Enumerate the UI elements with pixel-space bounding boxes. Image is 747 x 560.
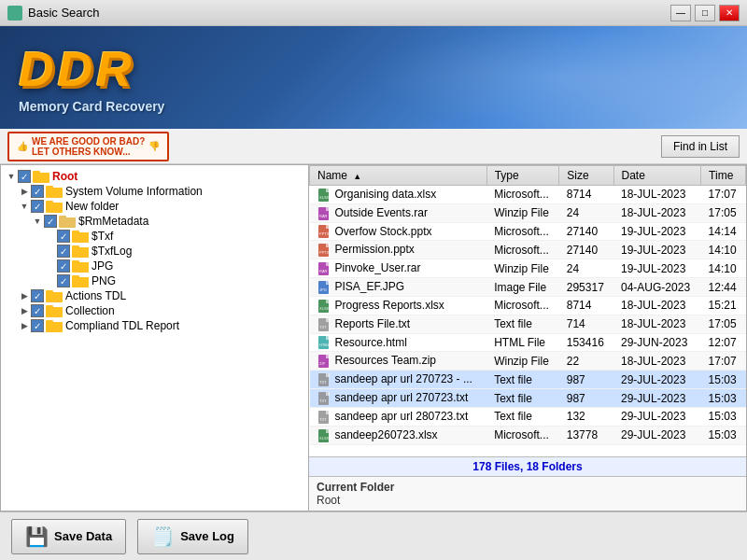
tree-item-txf[interactable]: ✓ $Txf [44, 229, 304, 244]
checkbox-png[interactable]: ✓ [57, 274, 70, 287]
save-log-label: Save Log [180, 529, 234, 543]
cell-time: 14:10 [701, 241, 746, 259]
checkbox-rmmetadata[interactable]: ✓ [44, 215, 57, 228]
expand-compliandtdl[interactable]: ▶ [18, 321, 31, 330]
expand-root[interactable]: ▼ [5, 172, 18, 181]
tree-panel[interactable]: ▼ ✓ Root ▶ ✓ System Volume Information [1, 165, 309, 511]
table-row[interactable]: ZIP Resources Team.zip Winzip File 22 18… [310, 352, 746, 371]
table-row[interactable]: TXT Reports File.txt Text file 714 18-JU… [310, 315, 746, 333]
svg-rect-32 [326, 244, 330, 247]
table-row[interactable]: JPG PISA_EF.JPG Image File 295317 04-AUG… [310, 278, 746, 297]
cell-date: 18-JUL-2023 [613, 315, 701, 333]
panels-area: ▼ ✓ Root ▶ ✓ System Volume Information [0, 164, 747, 511]
tree-item-actionsttdl[interactable]: ▶ ✓ Actions TDL [18, 288, 304, 303]
table-row[interactable]: XLSX Organising data.xlsx Microsoft... 8… [310, 186, 746, 204]
checkbox-collection[interactable]: ✓ [31, 304, 44, 317]
svg-rect-7 [59, 216, 66, 219]
save-log-button[interactable]: 🗒️ Save Log [137, 519, 248, 554]
tree-item-txflog[interactable]: ✓ $TxfLog [44, 244, 304, 259]
cell-time: 14:10 [701, 259, 746, 278]
expand-rmmetadata[interactable]: ▼ [31, 217, 44, 226]
svg-rect-21 [46, 320, 53, 324]
close-button[interactable]: ✕ [719, 5, 740, 21]
checkbox-txf[interactable]: ✓ [57, 230, 70, 243]
table-row[interactable]: PPTX Overfow Stock.pptx Microsoft... 271… [310, 222, 746, 241]
table-row[interactable]: TXT sandeep apr url 280723.txt Text file… [310, 407, 746, 426]
cell-date: 18-JUL-2023 [613, 186, 701, 204]
cell-type: Microsoft... [486, 241, 559, 259]
cell-time: 17:07 [701, 352, 746, 371]
svg-rect-19 [46, 305, 53, 309]
col-type[interactable]: Type [486, 166, 559, 186]
tree-label-svi: System Volume Information [65, 185, 203, 198]
table-row[interactable]: RAR Outside Events.rar Winzip File 24 18… [310, 203, 746, 222]
table-row[interactable]: TXT sandeep apr url 270723.txt Text file… [310, 389, 746, 408]
table-row[interactable]: HTML Resource.html HTML File 153416 29-J… [310, 333, 746, 352]
checkbox-txflog[interactable]: ✓ [57, 245, 70, 258]
cell-type: HTML File [486, 333, 559, 352]
svg-rect-59 [326, 411, 330, 414]
save-data-label: Save Data [54, 529, 112, 543]
tree-item-jpg[interactable]: ✓ JPG [44, 259, 304, 273]
folder-icon-root [33, 170, 49, 183]
svg-rect-9 [72, 231, 79, 234]
tree-item-collection[interactable]: ▶ ✓ Collection [18, 303, 304, 318]
title-bar-left: Basic Search [7, 6, 100, 21]
expand-newfolder[interactable]: ▼ [18, 202, 31, 211]
save-log-icon: 🗒️ [151, 525, 175, 548]
cell-size: 295317 [559, 278, 613, 297]
checkbox-actionsttdl[interactable]: ✓ [31, 289, 44, 302]
checkbox-newfolder[interactable]: ✓ [31, 200, 44, 213]
table-row[interactable]: XLSX Progress Reports.xlsx Microsoft... … [310, 296, 746, 315]
save-data-button[interactable]: 💾 Save Data [11, 519, 126, 554]
file-table[interactable]: Name ▲ Type Size Date Time XLSX Organisi… [309, 165, 746, 456]
find-in-list-button[interactable]: Find in List [661, 135, 740, 158]
we-are-badge[interactable]: 👍 WE ARE GOOD OR BAD?LET OTHERS KNOW... … [7, 132, 169, 161]
svg-rect-26 [326, 207, 330, 211]
svg-text:TXT: TXT [319, 417, 327, 422]
expand-svi[interactable]: ▶ [18, 187, 31, 196]
tree-item-newfolder[interactable]: ▼ ✓ New folder [18, 199, 304, 214]
checkbox-root[interactable]: ✓ [18, 170, 31, 183]
cell-size: 987 [559, 371, 613, 389]
cell-name: ZIP Resources Team.zip [310, 352, 487, 371]
table-row[interactable]: PPTX Permission.pptx Microsoft... 27140 … [310, 241, 746, 259]
col-size[interactable]: Size [559, 166, 613, 186]
col-date[interactable]: Date [613, 166, 701, 186]
cell-date: 29-JUL-2023 [613, 371, 701, 389]
svg-text:TXT: TXT [319, 380, 327, 385]
checkbox-compliandtdl[interactable]: ✓ [31, 319, 44, 332]
svg-rect-17 [46, 290, 53, 294]
cell-name: RAR Outside Events.rar [310, 203, 487, 222]
tree-item-compliandtdl[interactable]: ▶ ✓ Compliand TDL Report [18, 318, 304, 333]
expand-actionsttdl[interactable]: ▶ [18, 291, 31, 301]
tree-item-svi[interactable]: ▶ ✓ System Volume Information [18, 184, 304, 199]
maximize-button[interactable]: □ [695, 5, 715, 21]
col-name[interactable]: Name ▲ [310, 166, 487, 186]
tree-item-png[interactable]: ✓ PNG [44, 273, 304, 288]
folder-icon-jpg [72, 259, 89, 273]
cell-type: Winzip File [486, 259, 559, 278]
tree-item-root[interactable]: ▼ ✓ Root [5, 169, 304, 184]
thumb-down-icon: 👎 [148, 141, 160, 151]
checkbox-svi[interactable]: ✓ [31, 185, 44, 198]
cell-name: XLSX Organising data.xlsx [310, 186, 487, 204]
svg-text:RAR: RAR [319, 269, 328, 273]
minimize-button[interactable]: — [670, 5, 691, 21]
expand-collection[interactable]: ▶ [18, 306, 31, 315]
cell-type: Winzip File [486, 203, 559, 222]
table-row[interactable]: TXT sandeep apr url 270723 - ... Text fi… [310, 371, 746, 389]
cell-date: 18-JUL-2023 [613, 352, 701, 371]
cell-name: TXT sandeep apr url 280723.txt [310, 407, 487, 426]
table-row[interactable]: XLSX sandeep260723.xlsx Microsoft... 137… [310, 426, 746, 444]
checkbox-jpg[interactable]: ✓ [57, 259, 70, 273]
table-row[interactable]: RAR Pinvoke_User.rar Winzip File 24 19-J… [310, 259, 746, 278]
col-time[interactable]: Time [701, 166, 746, 186]
app-icon [7, 6, 22, 21]
svg-text:TXT: TXT [319, 399, 327, 403]
tree-label-rmmetadata: $RmMetadata [78, 215, 148, 228]
window-title: Basic Search [28, 6, 100, 20]
tree-label-collection: Collection [65, 304, 115, 317]
cell-time: 17:05 [701, 203, 746, 222]
tree-item-rmmetadata[interactable]: ▼ ✓ $RmMetadata [31, 214, 304, 229]
